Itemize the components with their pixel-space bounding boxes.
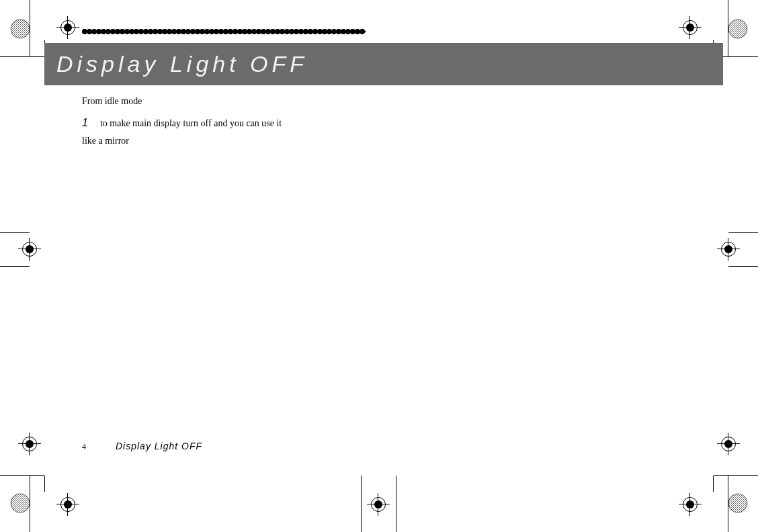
crop-line (728, 56, 758, 57)
frame-line (30, 475, 44, 476)
page-number: 4 (82, 442, 86, 451)
corner-ball-icon (728, 19, 748, 39)
svg-point-1 (728, 19, 747, 38)
registration-mark-icon (371, 497, 386, 512)
registration-mark-icon (721, 437, 736, 451)
registration-mark-icon (683, 497, 698, 512)
step-text: to make main display turn off and you ca… (100, 118, 282, 128)
corner-ball-icon (10, 493, 30, 513)
frame-line (44, 476, 45, 492)
step-continuation: like a mirror (82, 132, 364, 150)
crop-line (728, 232, 758, 233)
frame-line (30, 56, 44, 57)
crop-line (396, 476, 396, 532)
intro-text: From idle mode (82, 93, 364, 110)
registration-mark-icon (721, 242, 736, 257)
crop-line (361, 476, 362, 532)
frame-line (713, 476, 714, 492)
crop-line (0, 475, 30, 476)
diamond-strip-icon (82, 29, 378, 34)
crop-line (0, 232, 30, 233)
svg-point-3 (728, 494, 747, 513)
crop-line (728, 475, 758, 476)
frame-line (714, 475, 728, 476)
footer-section-title: Display Light OFF (116, 441, 202, 451)
registration-mark-icon (60, 20, 75, 35)
corner-ball-icon (10, 19, 30, 39)
page-title: Display Light OFF (56, 51, 308, 77)
registration-mark-icon (22, 437, 37, 451)
step-number: 1 (82, 117, 88, 128)
registration-mark-icon (60, 497, 75, 512)
registration-mark-icon (22, 242, 37, 257)
corner-ball-icon (728, 493, 748, 513)
svg-point-0 (11, 19, 30, 38)
page-title-bar: Display Light OFF (44, 43, 723, 85)
crop-line (0, 266, 30, 267)
crop-line (0, 56, 30, 57)
svg-point-2 (11, 494, 30, 513)
body-content: From idle mode 1to make main display tur… (82, 93, 364, 150)
crop-line (728, 266, 758, 267)
page-footer: 4 Display Light OFF (82, 440, 202, 452)
registration-mark-icon (683, 20, 698, 35)
